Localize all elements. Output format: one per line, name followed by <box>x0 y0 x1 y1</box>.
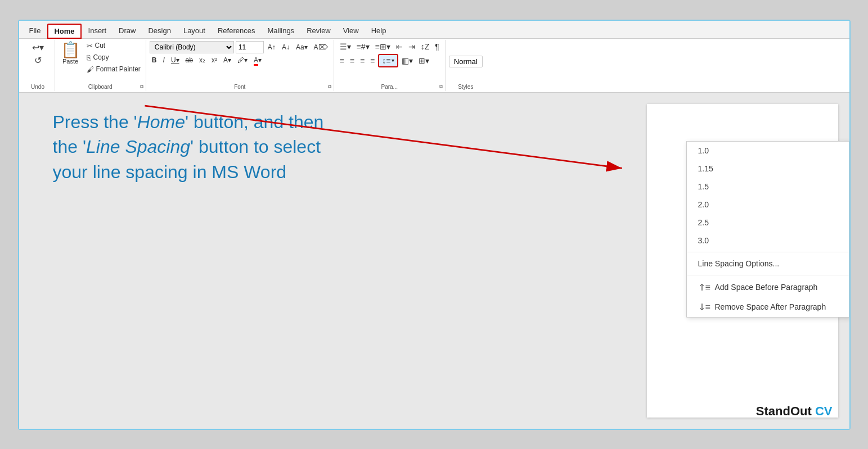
superscript-button[interactable]: x² <box>209 55 219 65</box>
brand-cv: CV <box>812 404 833 418</box>
clear-format-button[interactable]: A⌦ <box>312 42 330 52</box>
spacing-1-0-label: 1.0 <box>698 146 709 155</box>
spacing-1-0[interactable]: 1.0 <box>687 142 849 160</box>
text-color-button[interactable]: A▾ <box>221 55 233 65</box>
numbering-button[interactable]: ≡#▾ <box>354 41 372 52</box>
clipboard-group: 📋 Paste ✂ Cut ⎘ Copy 🖌 <box>55 40 146 91</box>
tab-help[interactable]: Help <box>366 24 392 37</box>
multilevel-list-button[interactable]: ≡⊞▾ <box>373 41 393 52</box>
line-spacing-button[interactable]: ↕≡ ▾ <box>378 54 398 67</box>
spacing-2-5-label: 2.5 <box>698 218 709 227</box>
paragraph-label: Para... <box>334 84 445 90</box>
show-marks-button[interactable]: ¶ <box>433 41 442 52</box>
ribbon-tabs: File Home Insert Draw Design Layout Refe… <box>19 21 849 38</box>
spacing-2-0[interactable]: 2.0 <box>687 196 849 214</box>
bold-button[interactable]: B <box>150 55 159 65</box>
increase-font-button[interactable]: A↑ <box>266 42 278 52</box>
spacing-2-0-label: 2.0 <box>698 200 709 209</box>
align-center-button[interactable]: ≡ <box>348 55 357 66</box>
subscript-button[interactable]: x₂ <box>197 55 208 65</box>
copy-button[interactable]: ⎘ Copy <box>85 53 142 62</box>
tab-mailings[interactable]: Mailings <box>262 24 300 37</box>
align-left-button[interactable]: ≡ <box>338 55 347 66</box>
styles-tools: Normal <box>449 41 483 90</box>
tab-insert[interactable]: Insert <box>83 24 113 37</box>
tab-layout[interactable]: Layout <box>178 24 211 37</box>
undo-label: Undo <box>21 84 55 90</box>
cut-label: Cut <box>95 42 106 49</box>
highlight-button[interactable]: 🖊▾ <box>235 55 250 65</box>
font-group: Calibri (Body) A↑ A↓ Aa▾ A⌦ B I U▾ ab x₂ <box>146 40 334 91</box>
redo-button[interactable]: ↺ <box>31 54 45 67</box>
bullets-button[interactable]: ☰▾ <box>338 41 353 52</box>
clipboard-tools: 📋 Paste ✂ Cut ⎘ Copy 🖌 <box>59 41 142 90</box>
remove-space-after[interactable]: ⇓≡ Remove Space After Paragraph <box>687 297 849 317</box>
paragraph-expand-icon[interactable]: ⧉ <box>439 84 443 90</box>
instruction-text: Press the 'Home' button, and then the 'L… <box>53 110 324 185</box>
spacing-3-0-label: 3.0 <box>698 236 709 245</box>
format-painter-button[interactable]: 🖌 Format Painter <box>85 65 142 74</box>
ribbon-content: ↩▾ ↺ Undo 📋 Paste ✂ Cut <box>19 38 849 92</box>
brand-logo: StandOut CV <box>756 404 833 419</box>
document-area: Press the 'Home' button, and then the 'L… <box>19 93 647 429</box>
font-color-button[interactable]: A▾ <box>251 55 264 65</box>
increase-indent-button[interactable]: ⇥ <box>406 41 417 52</box>
main-container: File Home Insert Draw Design Layout Refe… <box>18 20 851 430</box>
format-painter-icon: 🖌 <box>87 65 94 74</box>
italic-button[interactable]: I <box>161 55 167 65</box>
dropdown-divider <box>687 252 849 252</box>
brand-standout: StandOut <box>756 404 812 418</box>
justify-button[interactable]: ≡ <box>368 55 377 66</box>
styles-label: Styles <box>446 84 486 90</box>
tab-file[interactable]: File <box>24 24 47 37</box>
spacing-1-5-label: 1.5 <box>698 182 709 191</box>
tab-design[interactable]: Design <box>142 24 176 37</box>
clipboard-expand-icon[interactable]: ⧉ <box>140 84 143 90</box>
paste-button[interactable]: 📋 Paste <box>59 41 83 66</box>
spacing-2-5[interactable]: 2.5 <box>687 214 849 232</box>
add-space-before-label: Add Space Before Paragraph <box>715 283 818 292</box>
tab-review[interactable]: Review <box>301 24 336 37</box>
font-label: Font <box>146 84 334 90</box>
line-spacing-icon: ↕≡ <box>382 56 390 65</box>
font-expand-icon[interactable]: ⧉ <box>328 84 331 90</box>
underline-button[interactable]: U▾ <box>169 55 182 65</box>
copy-label: Copy <box>93 53 109 61</box>
para-row1: ☰▾ ≡#▾ ≡⊞▾ ⇤ ⇥ ↕Z ¶ <box>338 41 442 52</box>
tab-references[interactable]: References <box>212 24 260 37</box>
spacing-1-5[interactable]: 1.5 <box>687 178 849 196</box>
spacing-1-15[interactable]: 1.15 <box>687 160 849 178</box>
borders-button[interactable]: ⊞▾ <box>416 55 431 66</box>
normal-style[interactable]: Normal <box>449 56 483 67</box>
clipboard-right: ✂ Cut ⎘ Copy 🖌 Format Painter <box>85 41 142 82</box>
decrease-indent-button[interactable]: ⇤ <box>394 41 405 52</box>
font-tools: Calibri (Body) A↑ A↓ Aa▾ A⌦ B I U▾ ab x₂ <box>150 41 330 90</box>
shading-button[interactable]: ▥▾ <box>399 55 415 66</box>
spacing-1-15-label: 1.15 <box>698 164 713 173</box>
strikethrough-button[interactable]: ab <box>183 55 195 65</box>
tab-draw[interactable]: Draw <box>113 24 141 37</box>
sort-button[interactable]: ↕Z <box>419 41 432 52</box>
decrease-font-button[interactable]: A↓ <box>280 42 292 52</box>
font-row2: B I U▾ ab x₂ x² A▾ 🖊▾ A▾ <box>150 55 264 65</box>
cut-button[interactable]: ✂ Cut <box>85 41 142 51</box>
align-right-button[interactable]: ≡ <box>358 55 367 66</box>
styles-group: Normal Styles <box>446 40 486 91</box>
undo-tools: ↩▾ ↺ <box>29 41 47 90</box>
paragraph-group: ☰▾ ≡#▾ ≡⊞▾ ⇤ ⇥ ↕Z ¶ ≡ ≡ ≡ ≡ ↕≡ <box>334 40 446 91</box>
line-spacing-options[interactable]: Line Spacing Options... <box>687 255 849 273</box>
tab-home[interactable]: Home <box>47 24 81 39</box>
font-name-select[interactable]: Calibri (Body) <box>150 41 234 53</box>
main-area: Press the 'Home' button, and then the 'L… <box>19 93 849 429</box>
add-space-before-icon: ⇑≡ <box>698 282 709 293</box>
undo-button[interactable]: ↩▾ <box>29 41 47 54</box>
paste-label: Paste <box>62 58 78 65</box>
format-painter-label: Format Painter <box>96 65 141 73</box>
add-space-before[interactable]: ⇑≡ Add Space Before Paragraph <box>687 278 849 297</box>
font-size-input[interactable] <box>236 41 264 53</box>
para-row2: ≡ ≡ ≡ ≡ ↕≡ ▾ ▥▾ ⊞▾ <box>338 54 432 67</box>
spacing-3-0[interactable]: 3.0 <box>687 232 849 250</box>
cut-icon: ✂ <box>87 42 93 50</box>
change-case-button[interactable]: Aa▾ <box>294 42 310 52</box>
tab-view[interactable]: View <box>338 24 365 37</box>
